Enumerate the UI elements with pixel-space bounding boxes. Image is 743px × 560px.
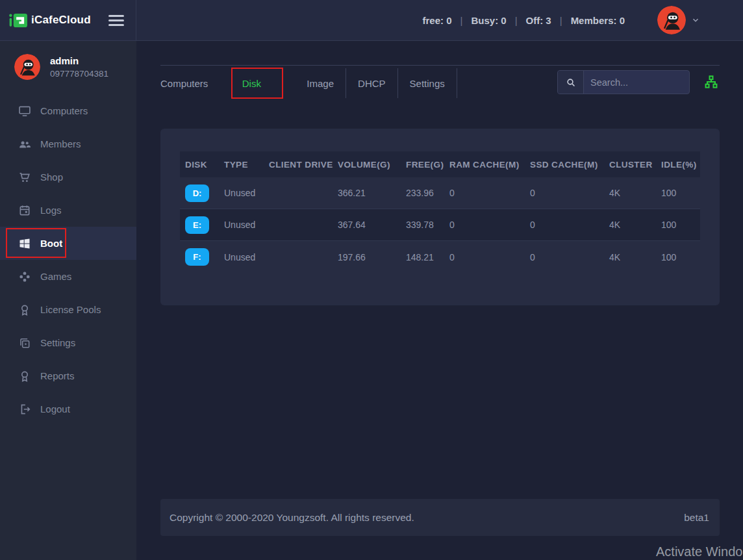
session-stats: free: 0 | Busy: 0 | Off: 3 | Members: 0 [423,15,625,26]
search-box [557,70,690,94]
network-sitemap-icon[interactable] [704,75,718,89]
cell-idle: 100 [661,188,700,198]
user-avatar[interactable] [657,6,686,34]
sidebar-item-label: Shop [40,172,63,183]
profile-avatar[interactable] [14,54,40,80]
sidebar-item-license-pools[interactable]: License Pools [0,293,136,326]
sidebar-item-games[interactable]: Games [0,260,136,293]
cell-volume: 367.64 [338,220,406,230]
logout-icon [18,403,31,416]
cell-ssd-cache: 0 [530,252,609,262]
cell-type: Unused [224,252,269,262]
stat-members: Members: 0 [571,15,625,26]
cell-cluster: 4K [609,252,661,262]
tab-dhcp[interactable]: DHCP [346,78,397,89]
table-header: DISK TYPE CLIENT DRIVE VOLUME(G) FREE(G)… [180,151,700,177]
table-row[interactable]: E: Unused 367.64 339.78 0 0 4K 100 [180,209,700,241]
copyright-text: Copyright © 2000-2020 Youngzsoft. All ri… [170,512,414,524]
sidebar-item-boot[interactable]: Boot [0,227,136,260]
calendar-icon [18,204,31,217]
sidebar-item-logs[interactable]: Logs [0,194,136,227]
monitor-icon [18,105,31,118]
sidebar-item-label: Boot [40,238,62,249]
profile-phone: 097778704381 [50,69,108,79]
cell-cluster: 4K [609,188,661,198]
col-header-ram-cache: RAM CACHE(M) [449,160,530,170]
sidebar-menu: Computers Members Shop Logs Boot [0,94,136,426]
cell-ram-cache: 0 [449,252,530,262]
sidebar-item-label: Games [40,271,71,282]
tab-disk[interactable]: Disk [242,78,273,89]
col-header-volume: VOLUME(G) [338,160,406,170]
app-logo[interactable]: iCafeCloud [9,12,91,29]
footer: Copyright © 2000-2020 Youngzsoft. All ri… [160,499,720,536]
col-header-disk: DISK [185,160,224,170]
hamburger-menu-icon[interactable] [108,12,124,29]
cart-icon [18,171,31,184]
cell-free: 339.78 [406,220,449,230]
annotation-disk-tab: Disk [231,68,283,99]
cell-ssd-cache: 0 [530,220,609,230]
col-header-client-drive: CLIENT DRIVE [269,160,338,170]
license-badge-icon [18,303,31,316]
stat-off: Off: 3 [526,15,551,26]
cell-idle: 100 [661,220,700,230]
profile-name: admin [50,55,108,66]
table-row[interactable]: F: Unused 197.66 148.21 0 0 4K 100 [180,241,700,273]
sidebar-item-settings[interactable]: Settings [0,326,136,359]
tab-bar: Computers Disk Image DHCP Settings [160,67,457,99]
members-icon [18,138,31,151]
sidebar-profile: admin 097778704381 [0,41,136,92]
stat-separator: | [515,15,518,26]
topbar-brand-area: iCafeCloud [0,0,136,40]
stat-separator: | [560,15,562,26]
cell-free: 233.96 [406,188,449,198]
activate-windows-watermark: Activate Windo [656,544,742,559]
sidebar-item-shop[interactable]: Shop [0,160,136,194]
col-header-idle: IDLE(%) [661,160,700,170]
cell-ram-cache: 0 [449,188,530,198]
stat-separator: | [460,15,463,26]
version-label: beta1 [684,512,709,524]
disk-table-card: DISK TYPE CLIENT DRIVE VOLUME(G) FREE(G)… [160,129,720,305]
stat-free: free: 0 [423,15,452,26]
gamepad-icon [18,270,31,283]
drive-letter-badge[interactable]: E: [185,216,209,234]
col-header-cluster: CLUSTER [609,160,661,170]
sidebar-item-logout[interactable]: Logout [0,392,136,426]
drive-letter-badge[interactable]: D: [185,185,209,202]
cell-type: Unused [224,188,269,198]
tab-computers[interactable]: Computers [160,78,220,89]
search-icon[interactable] [558,71,584,94]
cell-type: Unused [224,220,269,230]
sidebar-item-label: Members [40,138,81,149]
sidebar-item-members[interactable]: Members [0,127,136,160]
sidebar-item-label: Reports [40,370,75,381]
col-header-type: TYPE [224,160,269,170]
sidebar-item-computers[interactable]: Computers [0,94,136,127]
sidebar: admin 097778704381 Computers Members Sho… [0,41,136,560]
cell-ssd-cache: 0 [530,188,609,198]
sidebar-item-label: Logout [40,403,70,414]
search-input[interactable] [584,71,690,94]
sidebar-item-label: Logs [40,205,62,216]
cell-volume: 197.66 [338,252,406,262]
col-header-free: FREE(G) [406,160,449,170]
layers-icon [18,337,31,350]
main-content: Computers Disk Image DHCP Settings DISK … [136,41,743,560]
sidebar-item-label: Computers [40,105,88,116]
tab-image[interactable]: Image [295,78,346,89]
tab-settings[interactable]: Settings [398,78,457,89]
table-row[interactable]: D: Unused 366.21 233.96 0 0 4K 100 [180,177,700,209]
drive-letter-badge[interactable]: F: [185,248,209,266]
cell-free: 148.21 [406,252,449,262]
sidebar-item-reports[interactable]: Reports [0,359,136,392]
chevron-down-icon[interactable] [691,16,700,25]
topbar: iCafeCloud free: 0 | Busy: 0 | Off: 3 | … [0,0,743,41]
cell-ram-cache: 0 [449,220,530,230]
tabbar-divider [160,65,720,66]
cell-cluster: 4K [609,220,661,230]
profile-info: admin 097778704381 [50,55,108,79]
sidebar-item-label: Settings [40,337,75,348]
reports-badge-icon [18,370,31,383]
